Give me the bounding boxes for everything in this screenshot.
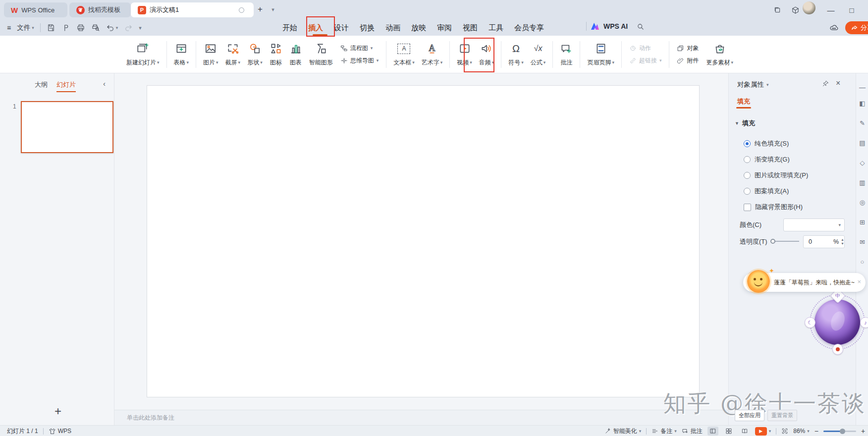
icon-library-button[interactable]: 图标 <box>266 39 286 70</box>
comment-button[interactable]: 批注 <box>556 39 576 70</box>
assistant-widget[interactable]: 中 ☾ ♪ <box>810 294 867 352</box>
notes-button[interactable]: 备注▾ <box>651 427 677 436</box>
skin-button[interactable]: WPS <box>49 428 71 435</box>
export-pdf-icon[interactable] <box>61 23 70 32</box>
smart-graphic-button[interactable]: 智能图形 <box>306 39 336 70</box>
strip-grid-icon[interactable]: ⊞ <box>858 218 867 226</box>
search-icon[interactable] <box>636 22 645 31</box>
note-badge-icon[interactable]: ♪ <box>860 317 868 328</box>
menu-tab-view[interactable]: 视图 <box>463 23 478 33</box>
merge-windows-icon[interactable] <box>771 4 784 15</box>
assistant-avatar[interactable] <box>814 299 860 345</box>
strip-collapse-handle[interactable]: — <box>858 83 867 92</box>
bubble-close-icon[interactable]: × <box>857 278 861 285</box>
formula-button[interactable]: √x 公式▾ <box>527 39 549 70</box>
wps-ai-button[interactable]: WPS AI <box>603 22 628 30</box>
zoom-level[interactable]: 86%▾ <box>793 428 810 435</box>
print-preview-icon[interactable] <box>91 23 100 32</box>
close-panel-icon[interactable]: × <box>836 79 840 88</box>
play-slideshow-button[interactable]: ▶ <box>755 427 767 436</box>
save-icon[interactable] <box>47 23 55 32</box>
color-dropdown[interactable]: ▾ <box>783 218 845 231</box>
strip-shapes-icon[interactable]: ◇ <box>858 159 867 167</box>
transparency-input[interactable]: 0 % ▲▼ <box>803 235 845 248</box>
zoom-slider[interactable] <box>823 431 856 432</box>
panel-title[interactable]: 对象属性 <box>737 80 764 89</box>
qat-more-chevron-icon[interactable]: ▾ <box>139 25 142 31</box>
view-normal-button[interactable] <box>707 427 718 436</box>
strip-mail-icon[interactable]: ✉ <box>858 238 867 246</box>
wordart-button[interactable]: A 艺术字▾ <box>418 39 446 70</box>
tab-presentation1[interactable]: P 演示文稿1 <box>131 2 254 17</box>
transparency-slider[interactable] <box>771 241 799 242</box>
slider-thumb[interactable] <box>770 239 775 244</box>
textbox-button[interactable]: A 文本框▾ <box>390 39 418 70</box>
pin-icon[interactable] <box>822 80 829 87</box>
strip-chart-icon[interactable]: ▥ <box>858 178 867 187</box>
camera-badge-icon[interactable] <box>832 344 843 355</box>
strip-help-icon[interactable]: ○ <box>858 258 867 266</box>
play-options-chevron-icon[interactable]: ▾ <box>769 429 771 434</box>
zoom-out-button[interactable]: − <box>814 427 818 435</box>
slide-canvas[interactable] <box>147 85 700 397</box>
radio-pattern-fill[interactable]: 图案填充(A) <box>744 187 789 196</box>
picture-button[interactable]: 图片▾ <box>200 39 222 70</box>
minimize-button[interactable]: — <box>824 4 837 15</box>
strip-edit-icon[interactable]: ✎ <box>858 119 867 127</box>
tab-docer-templates[interactable]: ❦ 找稻壳模板 <box>69 2 131 17</box>
symbol-button[interactable]: Ω 符号▾ <box>505 39 527 70</box>
tab-outline[interactable]: 大纲 <box>35 80 48 92</box>
screenshot-button[interactable]: 截屏▾ <box>222 39 244 70</box>
add-slide-button[interactable]: + <box>51 404 65 418</box>
fit-slide-icon[interactable] <box>781 428 788 435</box>
tab-list-chevron-icon[interactable]: ▾ <box>267 4 279 15</box>
file-menu[interactable]: 文件▾ <box>17 23 34 32</box>
comment-status-button[interactable]: 批注 <box>682 427 703 436</box>
object-button[interactable]: 对象 <box>677 44 699 53</box>
notes-bar[interactable]: 单击此处添加备注 <box>114 410 728 425</box>
tab-wps-office[interactable]: W WPS Office <box>4 2 67 17</box>
view-reading-button[interactable] <box>739 427 750 436</box>
header-footer-button[interactable]: 页眉页脚▾ <box>584 39 618 70</box>
radio-picture-texture-fill[interactable]: 图片或纹理填充(P) <box>744 171 808 180</box>
shape-button[interactable]: 形状▾ <box>244 39 266 70</box>
chart-button[interactable]: 图表 <box>286 39 306 70</box>
menu-tab-design[interactable]: 设计 <box>334 23 349 33</box>
menu-tab-home[interactable]: 开始 <box>282 23 297 33</box>
strip-properties-icon[interactable]: ◧ <box>858 99 867 108</box>
share-button[interactable]: 分享 <box>845 21 868 34</box>
strip-color-icon[interactable]: ◎ <box>858 198 867 207</box>
menu-tab-animation[interactable]: 动画 <box>385 23 400 33</box>
apply-all-button[interactable]: 全部应用 <box>735 410 764 421</box>
new-tab-button[interactable]: + <box>254 4 267 15</box>
more-assets-button[interactable]: 更多素材▾ <box>703 39 737 70</box>
radio-gradient-fill[interactable]: 渐变填充(G) <box>744 155 790 164</box>
avatar[interactable] <box>803 2 815 13</box>
fill-tab[interactable]: 填充 <box>737 97 750 106</box>
zoom-in-button[interactable]: + <box>861 427 866 435</box>
menu-tab-slideshow[interactable]: 放映 <box>411 23 426 33</box>
flowchart-button[interactable]: 流程图▾ <box>340 44 379 53</box>
assistant-bubble[interactable]: ✦ 蓬蓬「草莓熊」来啦，快抱走~ × <box>743 273 866 292</box>
table-button[interactable]: 表格▾ <box>170 39 193 70</box>
checkbox-hide-background[interactable]: 隐藏背景图形(H) <box>744 203 803 212</box>
strip-layout-icon[interactable]: ▤ <box>858 139 867 147</box>
smart-beautify-button[interactable]: 智能美化▾ <box>604 427 642 436</box>
slide-thumbnail[interactable] <box>21 101 113 153</box>
view-sorter-button[interactable] <box>723 427 734 436</box>
radio-solid-fill[interactable]: 纯色填充(S) <box>744 139 789 148</box>
menu-tab-tools[interactable]: 工具 <box>488 23 503 33</box>
mindmap-button[interactable]: 思维导图▾ <box>340 56 379 65</box>
undo-icon[interactable]: ▾ <box>106 23 118 32</box>
maximize-button[interactable]: □ <box>845 4 858 15</box>
print-icon[interactable] <box>76 23 85 32</box>
menu-tab-review[interactable]: 审阅 <box>437 23 452 33</box>
workspace-cube-icon[interactable] <box>789 4 802 15</box>
menu-tab-member[interactable]: 会员专享 <box>514 23 544 33</box>
hamburger-menu-icon[interactable]: ≡ <box>7 24 11 32</box>
spinner-arrows[interactable]: ▲▼ <box>841 238 844 245</box>
collapse-panel-icon[interactable]: ‹ <box>103 79 106 88</box>
cloud-more-icon[interactable] <box>828 23 839 33</box>
menu-tab-transition[interactable]: 切换 <box>360 23 375 33</box>
moon-badge-icon[interactable]: ☾ <box>805 317 815 328</box>
